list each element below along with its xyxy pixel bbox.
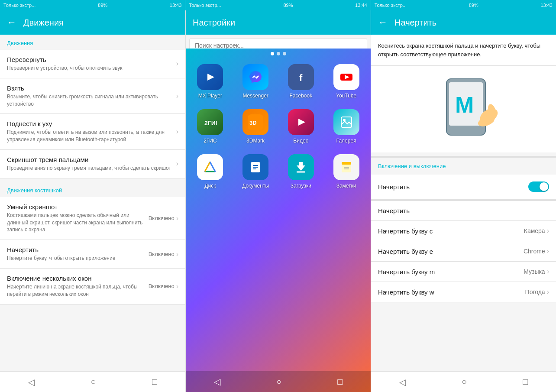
draw-letter-w[interactable]: Начертить букву w Погода ›	[371, 282, 556, 302]
app-docs[interactable]: Документы	[235, 151, 277, 192]
search-input[interactable]	[195, 42, 362, 49]
status-signal-left: Только экстр...	[3, 3, 36, 8]
status-battery-right: 89%	[469, 3, 478, 8]
draw-m-label: Начертить букву m	[378, 268, 435, 275]
drawer-nav-back[interactable]: ◁	[205, 373, 229, 390]
chevron-icon: ›	[176, 160, 178, 168]
panel3-nav: ◁ ○ □	[371, 371, 556, 392]
gallery-label: Галерея	[336, 138, 356, 144]
app-downloads[interactable]: Загрузки	[280, 151, 322, 192]
svg-text:3D: 3D	[249, 120, 257, 126]
2gis-label: 2ГИС	[204, 138, 217, 144]
dot-2	[277, 52, 280, 55]
page-indicator	[271, 52, 286, 55]
downloads-icon	[288, 154, 314, 180]
menu-item-draw[interactable]: Начертить Начертите букву, чтобы открыть…	[0, 240, 185, 269]
nav-home-btn[interactable]: ○	[82, 373, 104, 390]
status-time-center: 13:44	[355, 3, 367, 8]
draw-value: Включено	[149, 251, 175, 257]
section-spacer	[0, 178, 185, 182]
panel1-content: Движения Перевернуть Переверните устройс…	[0, 35, 185, 371]
menu-item-screenshot3[interactable]: Скриншот тремя пальцами Проведите вниз п…	[0, 150, 185, 178]
draw-w-label: Начертить букву w	[378, 288, 434, 296]
app-2gis[interactable]: 2ГИС 2ГИС	[189, 106, 231, 147]
draw-w-value: Погода	[525, 288, 545, 295]
facebook-label: Facebook	[290, 93, 313, 99]
panel2-title: Настройки	[193, 18, 235, 28]
panel2-header: Настройки	[186, 10, 371, 35]
draw-letter-e[interactable]: Начертить букву e Chrome ›	[371, 241, 556, 262]
app-mx-player[interactable]: MX Player	[189, 61, 231, 102]
app-messenger[interactable]: Messenger	[235, 61, 277, 102]
3dmark-label: 3DMark	[246, 138, 265, 144]
draw-toggle-switch[interactable]	[528, 181, 549, 192]
panel1-nav: ◁ ○ □	[0, 371, 185, 392]
nav-recent-btn[interactable]: □	[143, 373, 166, 390]
nav-back-btn[interactable]: ◁	[19, 373, 43, 391]
panel3-nav-home[interactable]: ○	[453, 373, 475, 390]
menu-item-multiwindow[interactable]: Включение нескольких окон Начертите лини…	[0, 269, 185, 305]
multiwindow-title: Включение нескольких окон	[7, 275, 149, 282]
gallery-icon	[333, 109, 359, 135]
svg-marker-13	[205, 162, 215, 172]
docs-label: Документы	[242, 183, 269, 189]
messenger-icon	[242, 64, 268, 90]
ear-title: Поднести к уху	[7, 120, 176, 127]
drawer-nav: ◁ ○ □	[186, 371, 371, 392]
draw-description: Коснитесь экрана костяшкой пальца и наче…	[371, 35, 556, 66]
downloads-label: Загрузки	[291, 183, 311, 189]
app-grid: MX Player Messenger	[186, 61, 371, 192]
chevron-icon: ›	[176, 214, 178, 222]
notes-icon	[333, 154, 359, 180]
chevron-icon: ›	[176, 282, 178, 290]
3dmark-icon: 3D	[242, 109, 268, 135]
panel-movements: ← Движения Движения Перевернуть Переверн…	[0, 10, 185, 392]
app-youtube[interactable]: YouTube	[325, 61, 367, 102]
status-signal-center: Только экстр...	[189, 3, 221, 8]
draw-letter-c[interactable]: Начертить букву c Камера ›	[371, 221, 556, 241]
app-video[interactable]: Видео	[280, 106, 322, 147]
svg-marker-12	[205, 162, 215, 172]
docs-icon	[242, 154, 268, 180]
draw-letter-m[interactable]: Начертить букву m Музыка ›	[371, 262, 556, 282]
draw-illustration: M	[371, 66, 556, 156]
drawer-nav-recent[interactable]: □	[329, 373, 351, 390]
toggle-section-header: Включение и выключение	[371, 158, 556, 175]
menu-item-ear[interactable]: Поднести к уху Поднимите, чтобы ответить…	[0, 114, 185, 150]
chevron-icon: ›	[547, 247, 549, 255]
svg-marker-21	[297, 162, 305, 171]
youtube-icon	[333, 64, 359, 90]
drawer-nav-home[interactable]: ○	[268, 373, 290, 390]
draw-title: Начертить	[7, 246, 149, 253]
smart-ss-desc: Костяшками пальцев можно сделать обычный…	[7, 212, 149, 233]
app-facebook[interactable]: f Facebook	[280, 61, 322, 102]
chevron-icon: ›	[547, 268, 549, 275]
dot-3	[283, 52, 286, 55]
chevron-icon: ›	[176, 92, 178, 100]
flip-title: Перевернуть	[7, 56, 176, 63]
drive-label: Диск	[204, 183, 216, 189]
youtube-label: YouTube	[336, 93, 356, 99]
facebook-icon: f	[288, 64, 314, 90]
status-time-left: 13:43	[170, 3, 182, 8]
menu-item-pickup[interactable]: Взять Возьмите, чтобы снизить громкость …	[0, 78, 185, 114]
chevron-icon: ›	[547, 288, 549, 296]
back-button[interactable]: ←	[7, 17, 16, 28]
panel3-nav-recent[interactable]: □	[514, 373, 537, 390]
draw-toggle-item[interactable]: Начертить	[371, 175, 556, 199]
app-gallery[interactable]: Галерея	[325, 106, 367, 147]
draw-c-label: Начертить букву c	[378, 227, 433, 235]
app-notes[interactable]: Заметки	[325, 151, 367, 192]
svg-rect-10	[341, 117, 352, 127]
svg-line-15	[205, 162, 210, 172]
notes-label: Заметки	[336, 183, 356, 189]
svg-text:2ГИС: 2ГИС	[204, 120, 217, 126]
panel3-back-button[interactable]: ←	[378, 17, 388, 28]
draw-m-value: Музыка	[524, 268, 545, 275]
menu-item-smart-screenshot[interactable]: Умный скриншот Костяшками пальцев можно …	[0, 197, 185, 240]
menu-item-flip[interactable]: Перевернуть Переверните устройство, чтоб…	[0, 50, 185, 78]
app-3dmark[interactable]: 3D 3DMark	[235, 106, 277, 147]
app-drive[interactable]: Диск	[189, 151, 231, 192]
section-movements-header: Движения	[0, 35, 185, 50]
panel3-nav-back[interactable]: ◁	[391, 373, 414, 391]
